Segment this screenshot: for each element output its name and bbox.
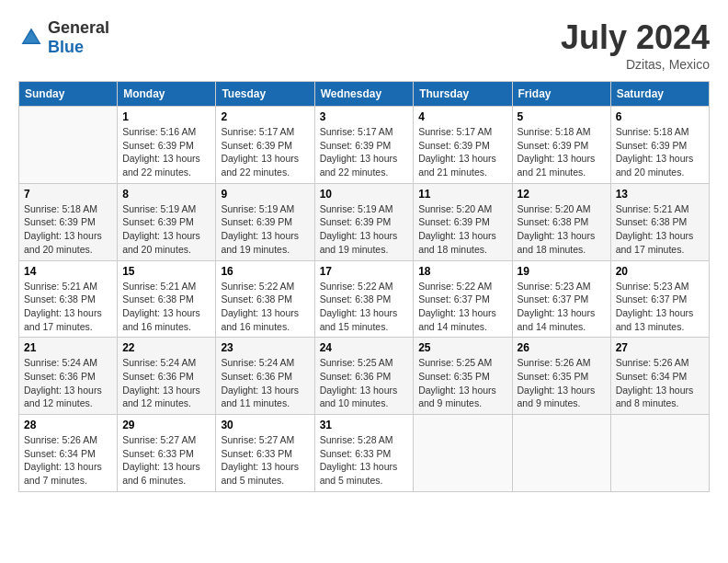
day-number: 19 — [518, 265, 606, 278]
logo: General Blue — [18, 18, 109, 57]
day-info: Sunrise: 5:17 AMSunset: 6:39 PMDaylight:… — [418, 125, 506, 179]
day-info: Sunrise: 5:18 AMSunset: 6:39 PMDaylight:… — [518, 125, 606, 179]
calendar-week-row: 21Sunrise: 5:24 AMSunset: 6:36 PMDayligh… — [19, 338, 710, 415]
logo-icon — [18, 25, 44, 51]
calendar-header-row: SundayMondayTuesdayWednesdayThursdayFrid… — [19, 82, 710, 107]
calendar-cell: 21Sunrise: 5:24 AMSunset: 6:36 PMDayligh… — [19, 338, 118, 415]
day-number: 14 — [24, 265, 112, 278]
calendar-cell: 24Sunrise: 5:25 AMSunset: 6:36 PMDayligh… — [314, 338, 414, 415]
day-number: 16 — [221, 265, 309, 278]
day-number: 28 — [24, 419, 112, 431]
day-info: Sunrise: 5:19 AMSunset: 6:39 PMDaylight:… — [122, 202, 210, 257]
calendar-cell: 17Sunrise: 5:22 AMSunset: 6:38 PMDayligh… — [314, 260, 414, 338]
day-number: 13 — [616, 188, 704, 201]
day-number: 3 — [320, 110, 409, 123]
day-info: Sunrise: 5:19 AMSunset: 6:39 PMDaylight:… — [221, 202, 309, 257]
weekday-header: Friday — [512, 82, 610, 107]
day-number: 27 — [616, 341, 704, 354]
day-info: Sunrise: 5:27 AMSunset: 6:33 PMDaylight:… — [221, 433, 309, 488]
calendar-cell — [19, 107, 118, 184]
calendar-cell: 3Sunrise: 5:17 AMSunset: 6:39 PMDaylight… — [314, 107, 414, 184]
day-info: Sunrise: 5:23 AMSunset: 6:37 PMDaylight:… — [616, 280, 704, 334]
calendar-cell: 30Sunrise: 5:27 AMSunset: 6:33 PMDayligh… — [216, 415, 314, 492]
weekday-header: Thursday — [414, 82, 512, 107]
day-info: Sunrise: 5:17 AMSunset: 6:39 PMDaylight:… — [320, 125, 409, 179]
calendar-cell: 12Sunrise: 5:20 AMSunset: 6:38 PMDayligh… — [512, 183, 610, 260]
day-number: 20 — [616, 265, 704, 278]
weekday-header: Saturday — [610, 82, 709, 107]
calendar-cell: 27Sunrise: 5:26 AMSunset: 6:34 PMDayligh… — [610, 338, 709, 415]
day-number: 29 — [122, 419, 210, 431]
calendar-cell: 20Sunrise: 5:23 AMSunset: 6:37 PMDayligh… — [610, 260, 709, 338]
weekday-header: Sunday — [19, 82, 118, 107]
calendar-cell: 5Sunrise: 5:18 AMSunset: 6:39 PMDaylight… — [512, 107, 610, 184]
day-number: 2 — [221, 110, 309, 123]
day-number: 30 — [221, 419, 309, 431]
calendar-cell: 9Sunrise: 5:19 AMSunset: 6:39 PMDaylight… — [216, 183, 314, 260]
calendar-cell: 29Sunrise: 5:27 AMSunset: 6:33 PMDayligh… — [118, 415, 216, 492]
calendar-cell — [610, 415, 709, 492]
day-number: 7 — [24, 188, 112, 201]
calendar-table: SundayMondayTuesdayWednesdayThursdayFrid… — [18, 81, 710, 492]
calendar-cell: 10Sunrise: 5:19 AMSunset: 6:39 PMDayligh… — [314, 183, 414, 260]
day-info: Sunrise: 5:19 AMSunset: 6:39 PMDaylight:… — [320, 202, 409, 257]
calendar-cell: 23Sunrise: 5:24 AMSunset: 6:36 PMDayligh… — [216, 338, 314, 415]
day-number: 26 — [518, 341, 606, 354]
logo-text: General Blue — [48, 18, 109, 57]
day-info: Sunrise: 5:18 AMSunset: 6:39 PMDaylight:… — [616, 125, 704, 179]
day-number: 5 — [518, 110, 606, 123]
day-info: Sunrise: 5:26 AMSunset: 6:34 PMDaylight:… — [616, 356, 704, 410]
day-number: 18 — [418, 265, 506, 278]
day-number: 23 — [221, 341, 309, 354]
day-info: Sunrise: 5:20 AMSunset: 6:38 PMDaylight:… — [518, 202, 606, 257]
calendar-cell: 4Sunrise: 5:17 AMSunset: 6:39 PMDaylight… — [414, 107, 512, 184]
calendar-cell — [414, 415, 512, 492]
calendar-cell: 19Sunrise: 5:23 AMSunset: 6:37 PMDayligh… — [512, 260, 610, 338]
calendar-cell: 26Sunrise: 5:26 AMSunset: 6:35 PMDayligh… — [512, 338, 610, 415]
day-info: Sunrise: 5:25 AMSunset: 6:35 PMDaylight:… — [418, 356, 506, 410]
calendar-cell: 22Sunrise: 5:24 AMSunset: 6:36 PMDayligh… — [118, 338, 216, 415]
day-number: 11 — [418, 188, 506, 201]
day-info: Sunrise: 5:21 AMSunset: 6:38 PMDaylight:… — [122, 280, 210, 334]
calendar-week-row: 14Sunrise: 5:21 AMSunset: 6:38 PMDayligh… — [19, 260, 710, 338]
day-info: Sunrise: 5:21 AMSunset: 6:38 PMDaylight:… — [24, 280, 112, 334]
day-info: Sunrise: 5:20 AMSunset: 6:39 PMDaylight:… — [418, 202, 506, 257]
day-number: 25 — [418, 341, 506, 354]
day-number: 15 — [122, 265, 210, 278]
calendar-cell: 8Sunrise: 5:19 AMSunset: 6:39 PMDaylight… — [118, 183, 216, 260]
day-info: Sunrise: 5:28 AMSunset: 6:33 PMDaylight:… — [320, 433, 409, 488]
calendar-cell: 6Sunrise: 5:18 AMSunset: 6:39 PMDaylight… — [610, 107, 709, 184]
weekday-header: Wednesday — [314, 82, 414, 107]
day-info: Sunrise: 5:21 AMSunset: 6:38 PMDaylight:… — [616, 202, 704, 257]
day-info: Sunrise: 5:24 AMSunset: 6:36 PMDaylight:… — [24, 356, 112, 410]
day-number: 6 — [616, 110, 704, 123]
day-info: Sunrise: 5:22 AMSunset: 6:38 PMDaylight:… — [221, 280, 309, 334]
day-number: 31 — [320, 419, 409, 431]
day-info: Sunrise: 5:22 AMSunset: 6:38 PMDaylight:… — [320, 280, 409, 334]
weekday-header: Tuesday — [216, 82, 314, 107]
calendar-week-row: 28Sunrise: 5:26 AMSunset: 6:34 PMDayligh… — [19, 415, 710, 492]
day-number: 24 — [320, 341, 409, 354]
page-header: General Blue July 2024 Dzitas, Mexico — [18, 18, 710, 72]
day-number: 12 — [518, 188, 606, 201]
day-number: 17 — [320, 265, 409, 278]
day-number: 21 — [24, 341, 112, 354]
day-info: Sunrise: 5:16 AMSunset: 6:39 PMDaylight:… — [122, 125, 210, 179]
location-subtitle: Dzitas, Mexico — [561, 57, 710, 72]
day-number: 22 — [122, 341, 210, 354]
calendar-cell: 15Sunrise: 5:21 AMSunset: 6:38 PMDayligh… — [118, 260, 216, 338]
calendar-cell: 13Sunrise: 5:21 AMSunset: 6:38 PMDayligh… — [610, 183, 709, 260]
calendar-cell: 16Sunrise: 5:22 AMSunset: 6:38 PMDayligh… — [216, 260, 314, 338]
day-number: 1 — [122, 110, 210, 123]
day-info: Sunrise: 5:27 AMSunset: 6:33 PMDaylight:… — [122, 433, 210, 488]
day-info: Sunrise: 5:23 AMSunset: 6:37 PMDaylight:… — [518, 280, 606, 334]
day-info: Sunrise: 5:24 AMSunset: 6:36 PMDaylight:… — [221, 356, 309, 410]
day-number: 8 — [122, 188, 210, 201]
calendar-cell: 7Sunrise: 5:18 AMSunset: 6:39 PMDaylight… — [19, 183, 118, 260]
calendar-cell: 2Sunrise: 5:17 AMSunset: 6:39 PMDaylight… — [216, 107, 314, 184]
day-info: Sunrise: 5:25 AMSunset: 6:36 PMDaylight:… — [320, 356, 409, 410]
calendar-cell: 14Sunrise: 5:21 AMSunset: 6:38 PMDayligh… — [19, 260, 118, 338]
day-info: Sunrise: 5:18 AMSunset: 6:39 PMDaylight:… — [24, 202, 112, 257]
day-info: Sunrise: 5:26 AMSunset: 6:35 PMDaylight:… — [518, 356, 606, 410]
calendar-cell: 1Sunrise: 5:16 AMSunset: 6:39 PMDaylight… — [118, 107, 216, 184]
